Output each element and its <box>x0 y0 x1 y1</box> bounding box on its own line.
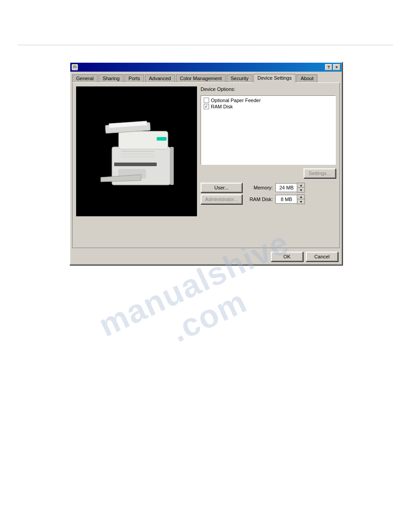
tab-sharing[interactable]: Sharing <box>98 74 124 82</box>
title-bar-buttons: ? × <box>325 64 340 70</box>
option-ram-disk[interactable]: RAM Disk <box>204 104 333 109</box>
title-bar: ? × <box>70 63 342 72</box>
svg-rect-14 <box>170 147 174 185</box>
memory-up-button[interactable]: ▲ <box>297 183 304 188</box>
user-admin-col: User... Administrator... <box>201 183 242 204</box>
ram-disk-label: RAM Disk <box>211 104 233 109</box>
dialog-window: ? × General Sharing Ports Advanced Color… <box>69 62 342 265</box>
printer-panel <box>76 86 197 216</box>
memory-spinner-buttons: ▲ ▼ <box>297 183 305 193</box>
tab-security[interactable]: Security <box>227 74 253 82</box>
device-options-box: Optional Paper Feeder RAM Disk <box>201 95 336 165</box>
svg-rect-1 <box>73 65 76 66</box>
tabs-bar: General Sharing Ports Advanced Color Man… <box>70 72 342 82</box>
ram-disk-label-ctrl: RAM Disk: <box>246 197 273 202</box>
close-button[interactable]: × <box>333 64 340 70</box>
tab-color-management[interactable]: Color Management <box>176 74 226 82</box>
ram-disk-spinner-buttons: ▲ ▼ <box>297 194 305 204</box>
settings-button[interactable]: Settings... <box>304 168 336 178</box>
printer-icon <box>72 64 78 70</box>
tab-about[interactable]: About <box>296 74 317 82</box>
ram-disk-row: RAM Disk: ▲ ▼ <box>246 194 305 204</box>
horizontal-rule <box>18 45 393 45</box>
ram-disk-down-button[interactable]: ▼ <box>297 199 304 204</box>
ram-disk-up-button[interactable]: ▲ <box>297 195 304 199</box>
cancel-button[interactable]: Cancel <box>306 252 338 262</box>
tab-general[interactable]: General <box>72 74 98 82</box>
ram-disk-spinner: ▲ ▼ <box>275 194 305 204</box>
svg-rect-10 <box>157 137 167 141</box>
administrator-button[interactable]: Administrator... <box>201 194 242 204</box>
printer-image <box>87 107 186 196</box>
memory-row: Memory: ▲ ▼ <box>246 183 305 193</box>
tab-device-settings[interactable]: Device Settings <box>253 74 295 83</box>
dialog-footer: OK Cancel <box>70 250 342 264</box>
svg-rect-7 <box>114 163 157 166</box>
help-button[interactable]: ? <box>325 64 332 70</box>
settings-btn-row: Settings... <box>201 168 336 178</box>
user-button[interactable]: User... <box>201 183 242 193</box>
bottom-controls: User... Administrator... Memory: ▲ ▼ <box>201 183 336 204</box>
ram-disk-checkbox[interactable] <box>204 104 209 109</box>
option-optional-paper-feeder[interactable]: Optional Paper Feeder <box>204 98 333 103</box>
dialog-content: Device Options: Optional Paper Feeder RA… <box>72 82 340 248</box>
page-container: manualshive.com ? × General <box>0 0 411 532</box>
right-panel: Device Options: Optional Paper Feeder RA… <box>201 86 336 244</box>
memory-spinner: ▲ ▼ <box>275 183 305 193</box>
ok-button[interactable]: OK <box>271 252 303 262</box>
tab-ports[interactable]: Ports <box>124 74 144 82</box>
memory-down-button[interactable]: ▼ <box>297 188 304 192</box>
memory-col: Memory: ▲ ▼ RAM Disk: <box>246 183 305 204</box>
tab-advanced[interactable]: Advanced <box>145 74 175 82</box>
memory-input[interactable] <box>275 183 297 192</box>
device-options-label: Device Options: <box>201 86 336 92</box>
title-bar-left <box>72 64 78 70</box>
ram-disk-input[interactable] <box>275 195 297 204</box>
optional-paper-feeder-checkbox[interactable] <box>204 98 209 103</box>
memory-label: Memory: <box>246 185 273 190</box>
svg-rect-2 <box>73 68 76 69</box>
optional-paper-feeder-label: Optional Paper Feeder <box>211 98 261 103</box>
